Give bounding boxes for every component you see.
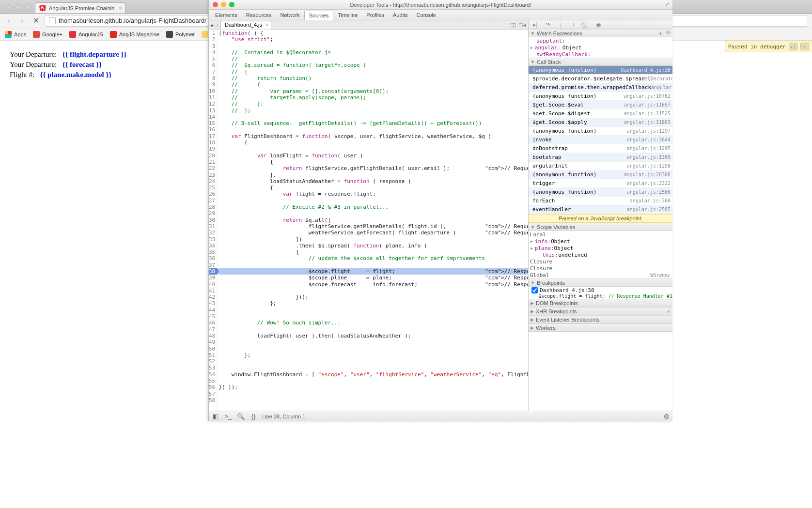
line-number[interactable]: 39 (209, 275, 215, 281)
line-number[interactable]: 40 (209, 281, 215, 288)
line-number[interactable]: 47 (209, 326, 215, 333)
add-xhr-breakpoint-icon[interactable]: + (667, 308, 671, 315)
code-line[interactable]: // }; (219, 101, 528, 107)
line-number[interactable]: 23 (209, 172, 215, 178)
panel-header-event-listener-breakpoints[interactable]: ▶Event Listener Breakpoints (529, 315, 672, 323)
refresh-watch-icon[interactable]: ⟳ (666, 30, 671, 37)
dock-icon[interactable]: ◧ (212, 413, 219, 420)
line-number[interactable]: 34 (209, 243, 215, 249)
line-number[interactable]: 51 (209, 352, 215, 358)
code-line[interactable]: "use strict"; (219, 36, 528, 43)
devtools-tab-elements[interactable]: Elements (211, 11, 242, 19)
code-line[interactable] (219, 114, 528, 120)
code-line[interactable]: // update the $scope all together for pe… (219, 255, 528, 262)
line-number[interactable]: 54 (209, 371, 215, 378)
line-number[interactable]: 7 (209, 69, 215, 75)
callstack-frame[interactable]: (anonymous function)angular.js:20306 (529, 170, 672, 179)
code-line[interactable]: return flightService.getFlightDetails( u… (219, 165, 528, 171)
line-number[interactable]: 5 (209, 56, 215, 62)
split-icon[interactable]: ◫ (510, 21, 516, 29)
line-number[interactable]: 36 (209, 255, 215, 262)
callstack-frame[interactable]: $get.Scope.$applyangular.js:11803 (529, 118, 672, 127)
code-line[interactable]: }; (219, 352, 528, 358)
line-number[interactable]: 28 (209, 204, 215, 210)
callstack-frame[interactable]: deferred.promise.then.wrappedCallbackang… (529, 83, 672, 92)
line-number[interactable]: 58 (209, 397, 215, 403)
devtools-tab-resources[interactable]: Resources (242, 11, 276, 19)
code-line[interactable]: .then( $q.spread( function( plane, info … (219, 243, 528, 249)
close-window-icon[interactable] (6, 4, 12, 10)
code-line[interactable]: // 3-call sequence: getFlightDetails() -… (219, 120, 528, 126)
resume-button[interactable]: ▸| (531, 21, 539, 28)
line-number[interactable]: 9 (209, 81, 215, 88)
devtools-minimize-icon[interactable] (221, 2, 226, 7)
scope-header[interactable]: ▼ Scope Variables (529, 223, 672, 231)
resume-icon[interactable]: ▸| (789, 43, 797, 50)
line-number[interactable]: 45 (209, 313, 215, 320)
code-line[interactable]: // { (219, 69, 528, 75)
code-line[interactable]: { (219, 139, 528, 146)
line-number[interactable]: 48 (209, 333, 215, 339)
line-number[interactable]: 21 (209, 159, 215, 165)
code-line[interactable]: // (219, 56, 528, 62)
code-line[interactable]: loadFlight( user ).then( loadStatusAndWe… (219, 333, 528, 339)
code-line[interactable] (219, 198, 528, 204)
bookmark-item[interactable]: Polymer (166, 31, 195, 38)
line-number[interactable]: 8 (209, 75, 215, 81)
line-number[interactable]: 2 (209, 36, 215, 43)
watch-item[interactable]: swfReadyCallback: (529, 51, 672, 58)
pause-on-exceptions-button[interactable]: ◉ (594, 21, 602, 28)
code-line[interactable] (219, 378, 528, 384)
code-line[interactable]: $scope.forecast = info.forecast; "com">/… (219, 281, 528, 288)
code-line[interactable]: // Contained in $QDecorator.js (219, 49, 528, 56)
line-number[interactable]: 16 (209, 126, 215, 133)
scope-global-header[interactable]: ▶GlobalWindow (529, 272, 672, 278)
code-line[interactable]: // { (219, 81, 528, 88)
code-line[interactable]: // Wow! So much simpler... (219, 320, 528, 326)
devtools-tab-profiles[interactable]: Profiles (362, 11, 389, 19)
code-line[interactable] (219, 397, 528, 403)
code-line[interactable] (219, 210, 528, 216)
devtools-expand-icon[interactable]: ⤢ (665, 1, 670, 8)
code-line[interactable]: return $q.all([ (219, 217, 528, 223)
code-line[interactable] (219, 146, 528, 152)
code-line[interactable] (219, 288, 528, 294)
console-icon[interactable]: >_ (224, 413, 232, 420)
line-number[interactable]: 46 (209, 320, 215, 326)
callstack-frame[interactable]: (anonymous function)angular.js:10782 (529, 92, 672, 101)
code-line[interactable] (219, 346, 528, 352)
devtools-tab-timeline[interactable]: Timeline (333, 11, 362, 19)
settings-icon[interactable]: ⚙ (663, 413, 670, 420)
line-number[interactable]: 38 (209, 268, 217, 275)
callstack-frame[interactable]: forEachangular.js:300 (529, 197, 672, 205)
scope-variable[interactable]: ▶info: Object (529, 238, 672, 245)
step-over-icon[interactable]: ↷ (800, 43, 809, 50)
code-line[interactable]: // $q.spread = function( targetFn,scope … (219, 62, 528, 68)
line-number[interactable]: 41 (209, 288, 215, 294)
expand-icon[interactable]: ▶ (531, 239, 533, 244)
line-number[interactable]: 27 (209, 198, 215, 204)
forward-button[interactable]: › (17, 16, 27, 26)
line-number[interactable]: 15 (209, 120, 215, 126)
line-number[interactable]: 55 (209, 378, 215, 384)
line-number[interactable]: 26 (209, 191, 215, 197)
code-line[interactable]: (function( ) { (219, 30, 528, 36)
step-into-button[interactable]: ↓ (557, 21, 564, 28)
navigator-toggle-icon[interactable]: ▸□ (210, 21, 219, 30)
expand-icon[interactable]: ▶ (531, 246, 533, 250)
line-number[interactable]: 4 (209, 49, 215, 56)
callstack-frame[interactable]: (anonymous function)angular.js:2586 (529, 188, 672, 197)
line-number[interactable]: 31 (209, 223, 215, 230)
line-number[interactable]: 56 (209, 384, 215, 390)
code-line[interactable]: { (219, 159, 528, 165)
code-line[interactable]: $scope.plane = plane; "com">// Response … (219, 275, 528, 281)
line-number[interactable]: 3 (209, 43, 215, 49)
bookmark-item[interactable]: AngJS Magazine (110, 31, 159, 38)
callstack-header[interactable]: ▼ Call Stack (529, 58, 672, 66)
browser-tab[interactable]: AngularJS Promise-Chainin × (35, 2, 125, 13)
code-line[interactable]: { (219, 185, 528, 191)
file-tab[interactable]: Dashboard_4.js × (220, 21, 271, 30)
line-number[interactable]: 52 (209, 358, 215, 365)
pretty-print-icon[interactable]: {} (250, 413, 257, 420)
line-number[interactable]: 24 (209, 178, 215, 185)
